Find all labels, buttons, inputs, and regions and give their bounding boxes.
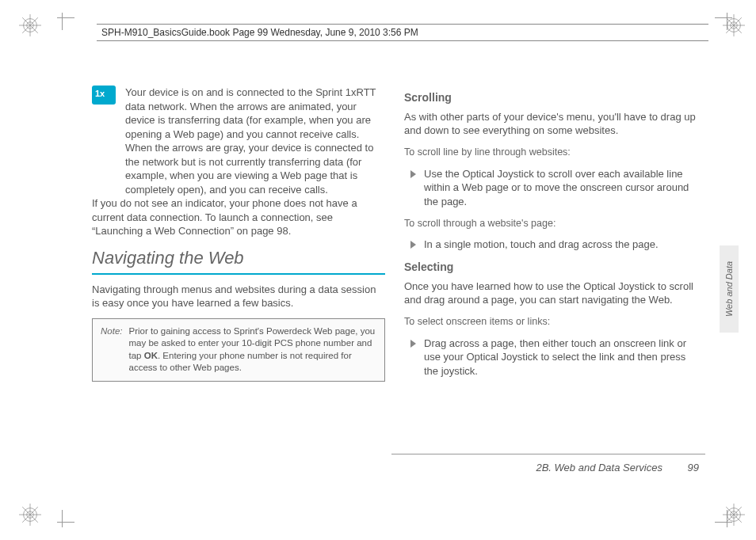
crop-mark-tl	[51, 6, 74, 30]
note-text: Prior to gaining access to Sprint's Powe…	[129, 325, 377, 375]
status-icon-description: Your device is on and is connected to th…	[92, 86, 385, 196]
page-footer: 2B. Web and Data Services 99	[536, 462, 699, 473]
right-column: Scrolling As with other parts of your de…	[404, 86, 697, 450]
title-rule	[92, 273, 385, 275]
registration-rosette-icon	[723, 504, 745, 526]
note-text-part2: . Entering your phone number is not requ…	[129, 351, 352, 373]
scroll-line-instruction: To scroll line by line through websites:	[404, 146, 697, 159]
onexrtt-icon	[92, 86, 116, 105]
footer-rule	[391, 454, 705, 454]
icon-description-text: Your device is on and is connected to th…	[125, 86, 385, 196]
page-content: Your device is on and is connected to th…	[92, 86, 702, 450]
triangle-bullet-icon	[410, 340, 416, 348]
crop-mark-bl	[51, 510, 74, 534]
registration-rosette-icon	[723, 14, 745, 36]
page-header-meta: SPH-M910_BasicsGuide.book Page 99 Wednes…	[97, 24, 708, 41]
bullet-text: Drag across a page, then either touch an…	[424, 337, 697, 378]
triangle-bullet-icon	[410, 170, 416, 178]
left-column: Your device is on and is connected to th…	[92, 86, 385, 450]
footer-page-number: 99	[688, 462, 699, 473]
selecting-intro: Once you have learned how to use the Opt…	[404, 280, 697, 307]
section-title: Navigating the Web	[92, 246, 385, 270]
scrolling-heading: Scrolling	[404, 90, 697, 105]
scrolling-intro: As with other parts of your device's men…	[404, 110, 697, 138]
bullet-item: In a single motion, touch and drag acros…	[404, 238, 697, 252]
select-instruction: To select onscreen items or links:	[404, 315, 697, 329]
footer-section: 2B. Web and Data Services	[536, 462, 662, 473]
section-intro: Navigating through menus and websites du…	[92, 283, 385, 310]
side-tab: Web and Data	[720, 245, 739, 333]
note-ok-bold: OK	[144, 351, 158, 360]
note-label: Note:	[101, 325, 123, 375]
triangle-bullet-icon	[410, 241, 416, 249]
side-tab-label: Web and Data	[724, 261, 734, 317]
bullet-item: Use the Optical Joystick to scroll over …	[404, 167, 697, 209]
bullet-text: In a single motion, touch and drag acros…	[424, 238, 659, 252]
registration-rosette-icon	[19, 504, 41, 526]
note-box: Note: Prior to gaining access to Sprint'…	[92, 318, 385, 382]
scroll-page-instruction: To scroll through a website's page:	[404, 217, 697, 230]
no-indicator-paragraph: If you do not see an indicator, your pho…	[92, 196, 385, 238]
bullet-text: Use the Optical Joystick to scroll over …	[424, 167, 697, 209]
bullet-item: Drag across a page, then either touch an…	[404, 337, 697, 378]
selecting-heading: Selecting	[404, 260, 697, 275]
registration-rosette-icon	[19, 14, 41, 36]
